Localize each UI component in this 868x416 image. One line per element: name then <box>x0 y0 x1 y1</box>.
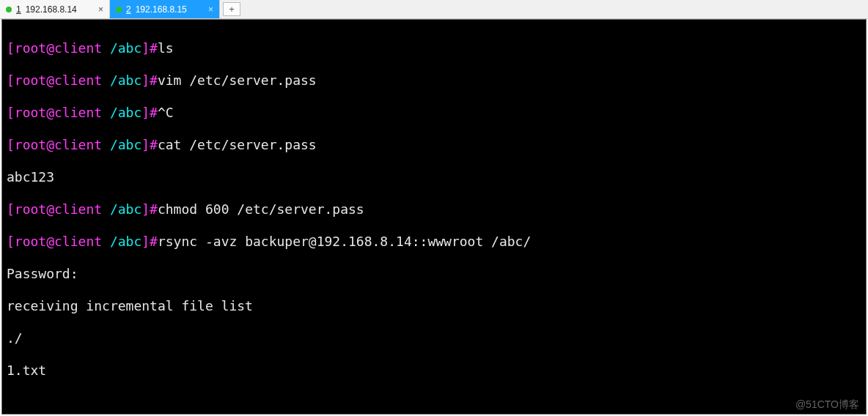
add-tab-button[interactable]: + <box>223 2 240 16</box>
prompt-userhost: root@client <box>15 40 110 56</box>
prompt-close: ]# <box>141 40 158 56</box>
tab-1[interactable]: 1 192.168.8.14 × <box>0 0 110 18</box>
prompt-open: [ <box>7 40 15 56</box>
cmd-cat: cat /etc/server.pass <box>158 137 317 152</box>
tab-index: 2 <box>126 4 131 15</box>
prompt-path: /abc <box>110 40 141 56</box>
status-dot-icon <box>116 7 122 12</box>
output-line: 1.txt <box>7 363 861 379</box>
cmd-ls: ls <box>158 40 174 56</box>
output-line: Password: <box>7 266 861 282</box>
cmd-chmod: chmod 600 /etc/server.pass <box>158 201 364 217</box>
output-line: abc123 <box>7 169 861 185</box>
cmd-rsync: rsync -avz backuper@192.168.8.14::wwwroo… <box>158 234 531 249</box>
tab-bar: 1 192.168.8.14 × 2 192.168.8.15 × + <box>0 0 868 19</box>
close-icon[interactable]: × <box>208 4 213 15</box>
close-icon[interactable]: × <box>98 4 103 15</box>
output-line: receiving incremental file list <box>7 298 861 314</box>
tab-index: 1 <box>16 4 21 15</box>
terminal-output[interactable]: [root@client /abc]#ls [root@client /abc]… <box>1 19 867 415</box>
output-line: ./ <box>7 330 861 346</box>
cmd-vim: vim /etc/server.pass <box>158 73 317 88</box>
cmd-interrupt: ^C <box>158 105 174 120</box>
tab-2[interactable]: 2 192.168.8.15 × <box>110 0 220 18</box>
tab-label: 192.168.8.14 <box>26 4 77 15</box>
watermark: @51CTO博客 <box>795 398 859 412</box>
status-dot-icon <box>6 7 12 12</box>
output-line <box>7 395 861 411</box>
tab-label: 192.168.8.15 <box>136 4 187 15</box>
